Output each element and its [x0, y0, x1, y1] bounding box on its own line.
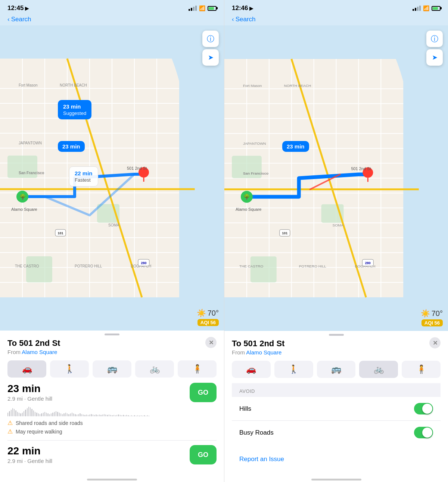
- svg-rect-24: [26, 256, 52, 282]
- svg-text:280: 280: [365, 261, 371, 265]
- right-bottom-sheet: To 501 2nd St From Alamo Square ✕ 🚗 🚶 🚌 …: [224, 337, 448, 476]
- right-battery-icon: [432, 6, 441, 11]
- left-map-controls: ⓘ ➤: [202, 31, 219, 66]
- left-status-icons: 📶: [189, 5, 217, 11]
- svg-text:THE CASTRO: THE CASTRO: [239, 264, 263, 268]
- hills-toggle-knob: [422, 404, 432, 414]
- divider-1: [7, 440, 217, 441]
- right-tab-walk[interactable]: 🚶: [274, 361, 313, 378]
- svg-text:🌳: 🌳: [19, 194, 26, 200]
- right-info-button[interactable]: ⓘ: [426, 31, 443, 47]
- right-drag-handle: [329, 334, 344, 336]
- right-status-bar: 12:46 ▶ 📶: [224, 0, 448, 15]
- svg-text:SOMA: SOMA: [333, 223, 344, 227]
- right-transport-tabs: 🚗 🚶 🚌 🚲 🧍: [232, 361, 441, 378]
- svg-text:JAPANTOWN: JAPANTOWN: [19, 141, 42, 145]
- elevation-chart: [7, 405, 149, 416]
- drag-handle: [105, 334, 119, 335]
- svg-text:Fort Mason: Fort Mason: [19, 83, 38, 87]
- right-destination-title: To 501 2nd St: [232, 339, 284, 348]
- weather-badge: ☀️ 70° AQI 56: [197, 309, 219, 326]
- close-button[interactable]: ✕: [205, 337, 217, 348]
- svg-text:NORTH BEACH: NORTH BEACH: [284, 84, 311, 88]
- destination-from: From Alamo Square: [7, 349, 60, 355]
- svg-text:280: 280: [141, 261, 146, 265]
- right-status-icons: 📶: [413, 5, 441, 11]
- warning-icon-1: ⚠: [7, 419, 13, 426]
- tab-walk[interactable]: 🚶: [50, 360, 89, 378]
- right-tab-drive[interactable]: 🚗: [232, 361, 271, 378]
- svg-text:San Francisco: San Francisco: [19, 171, 44, 175]
- right-close-button[interactable]: ✕: [429, 337, 441, 348]
- svg-text:101: 101: [57, 231, 63, 235]
- route2-time: 22 min: [7, 445, 52, 457]
- svg-text:Alamo Square: Alamo Square: [236, 207, 262, 212]
- wifi-icon: 📶: [199, 5, 205, 11]
- route1-warning2: ⚠ May require walking: [7, 428, 217, 435]
- hills-toggle[interactable]: [414, 403, 433, 414]
- route1-time: 23 min: [7, 383, 52, 395]
- right-signal-icon: [413, 6, 421, 11]
- transport-tabs: 🚗 🚶 🚌 🚲 🧍: [7, 360, 217, 378]
- svg-text:🌳: 🌳: [243, 194, 250, 200]
- svg-text:San Francisco: San Francisco: [243, 171, 268, 175]
- bubble-suggested[interactable]: 23 min Suggested: [58, 100, 91, 119]
- signal-icon: [189, 6, 197, 11]
- busy-roads-row: Busy Roads: [232, 421, 441, 444]
- route2-detail: 2.9 mi · Gentle hill: [7, 458, 52, 464]
- right-phone-panel: 12:46 ▶ 📶 ‹ Search: [224, 0, 448, 482]
- busy-roads-toggle[interactable]: [414, 427, 433, 438]
- sun-icon: ☀️: [197, 309, 206, 317]
- left-phone-panel: 12:45 ▶ 📶 ‹ Search: [0, 0, 224, 482]
- right-chevron-left-icon: ‹: [232, 16, 234, 23]
- svg-text:101: 101: [282, 231, 287, 235]
- location-button[interactable]: ➤: [202, 49, 219, 66]
- info-button[interactable]: ⓘ: [202, 31, 219, 47]
- report-section: Report an Issue: [232, 449, 441, 470]
- right-sun-icon: ☀️: [421, 309, 430, 318]
- svg-text:POTRERO HILL: POTRERO HILL: [75, 264, 102, 268]
- svg-text:Alamo Square: Alamo Square: [11, 207, 37, 212]
- svg-text:THE CASTRO: THE CASTRO: [15, 264, 39, 268]
- tab-drive[interactable]: 🚗: [7, 360, 46, 378]
- from-place-link[interactable]: Alamo Square: [22, 349, 57, 355]
- right-weather-badge: ☀️ 70° AQI 56: [421, 309, 443, 326]
- right-location-button[interactable]: ➤: [426, 49, 443, 66]
- battery-icon: [208, 6, 217, 11]
- tab-bike[interactable]: 🚲: [135, 360, 174, 378]
- route-item-1: 23 min 2.9 mi · Gentle hill GO: [7, 383, 217, 435]
- left-status-time: 12:45 ▶: [7, 4, 29, 12]
- right-tab-transit[interactable]: 🚌: [317, 361, 356, 378]
- left-back-button[interactable]: ‹ Search: [7, 16, 31, 23]
- right-nav-bar: ‹ Search: [224, 15, 448, 25]
- tab-rideshare[interactable]: 🧍: [178, 360, 217, 378]
- left-nav-bar: ‹ Search: [0, 15, 224, 25]
- right-map[interactable]: 🌳 Alamo Square 501 2nd St Fort Mason NOR…: [224, 25, 448, 331]
- right-bubble-23min[interactable]: 23 min: [282, 141, 309, 152]
- bubble-23min[interactable]: 23 min: [58, 141, 85, 152]
- svg-text:501 2nd St: 501 2nd St: [127, 166, 147, 170]
- bubble-fastest[interactable]: 22 min Fastest: [69, 166, 98, 187]
- route1-warning1: ⚠ Shared roads and side roads: [7, 419, 217, 426]
- right-tab-bike[interactable]: 🚲: [359, 361, 398, 378]
- right-back-button[interactable]: ‹ Search: [232, 16, 256, 23]
- svg-text:POTRERO HILL: POTRERO HILL: [299, 264, 327, 268]
- svg-text:Fort Mason: Fort Mason: [243, 84, 262, 88]
- left-bottom-sheet: To 501 2nd St From Alamo Square ✕ 🚗 🚶 🚌 …: [0, 337, 224, 476]
- avoid-section: AVOID Hills Busy Roads: [232, 383, 441, 444]
- go-button-1[interactable]: GO: [190, 383, 217, 402]
- report-issue-link[interactable]: Report an Issue: [239, 456, 284, 463]
- svg-text:NORTH BEACH: NORTH BEACH: [60, 83, 87, 87]
- go-button-2[interactable]: GO: [190, 445, 217, 464]
- svg-text:501 2nd St: 501 2nd St: [351, 166, 371, 171]
- right-destination-from: From Alamo Square: [232, 349, 284, 356]
- hills-label: Hills: [239, 405, 251, 413]
- tab-transit[interactable]: 🚌: [93, 360, 131, 378]
- aqi-badge: AQI 56: [197, 319, 219, 326]
- right-tab-rideshare[interactable]: 🧍: [402, 361, 441, 378]
- left-map[interactable]: 🌳 Alamo Square 501 2nd St Fort Mason NOR…: [0, 25, 224, 331]
- left-status-bar: 12:45 ▶ 📶: [0, 0, 224, 15]
- right-status-time: 12:46 ▶: [232, 4, 253, 12]
- right-aqi-badge: AQI 56: [421, 319, 443, 326]
- right-from-place-link[interactable]: Alamo Square: [246, 349, 281, 356]
